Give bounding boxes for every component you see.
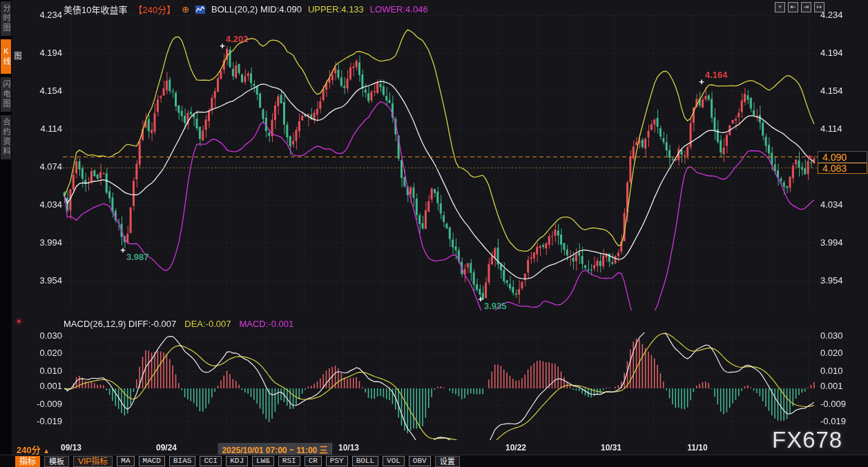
macd-axis-label: 0.030 [820, 331, 862, 341]
price-annotation: 4.202 [226, 34, 249, 44]
left-sidebar: 分时图K线图闪电图合约资料 [0, 0, 12, 467]
move-icon[interactable]: + [775, 2, 785, 12]
marker-cross-icon: + [120, 244, 126, 255]
price-axis-label: 4.154 [820, 86, 862, 96]
x-axis-label: 09/13 [61, 443, 81, 453]
price-axis-label: 3.994 [35, 238, 62, 248]
price-annotation: 3.987 [126, 252, 149, 262]
vol-button[interactable]: VOL [383, 456, 405, 466]
macd-axis-label: -0.009 [35, 399, 62, 409]
chart-canvas[interactable] [0, 0, 868, 467]
chart-toolbar-icons: +⇤⇥↦ [775, 2, 824, 12]
last-price-tag: 4.083 [818, 163, 867, 174]
x-axis-label: 10/22 [505, 443, 526, 453]
marker-cross-icon: + [699, 77, 704, 87]
macd-axis-label: 0.001 [35, 381, 62, 391]
lwr-button[interactable]: LW& [252, 456, 274, 466]
boll-upper-legend: UPPER:4.133 [308, 4, 364, 14]
macd-axis-label: -0.019 [820, 417, 862, 426]
macd-axis-label: 0.001 [820, 381, 862, 391]
bottom-toolbar: 指标模板VIP指标MAMACDBIASCCIKDJLW&RSICRPSYBOLL… [0, 455, 868, 467]
price-axis-label: 4.114 [35, 124, 62, 134]
settings-button[interactable]: 设置 [435, 456, 460, 467]
psy-button[interactable]: PSY [326, 456, 348, 466]
macd-axis-label: -0.009 [820, 399, 862, 409]
macd-legend-macd: MACD:-0.001 [239, 319, 293, 329]
marker-cross-icon: + [478, 294, 483, 304]
macd-axis-label: 0.010 [820, 366, 862, 376]
bias-button[interactable]: BIAS [169, 456, 195, 466]
price-axis-label: 3.994 [820, 238, 862, 248]
boll-lower-legend: LOWER:4.046 [370, 4, 428, 14]
mini-chart-icon [195, 6, 205, 14]
ma-button[interactable]: MA [117, 456, 134, 466]
marker-cross-icon: + [220, 41, 225, 51]
macd-axis-label: 0.010 [35, 366, 62, 376]
price-axis-label: 4.074 [35, 162, 62, 172]
cci-button[interactable]: CCI [200, 456, 222, 466]
fx678-watermark: FX678 [772, 427, 842, 453]
price-axis-label: 3.954 [35, 276, 62, 286]
boll-legend: BOLL(20,2) MID:4.090 [211, 4, 302, 14]
instrument-title: 美债10年收益率 [64, 3, 127, 16]
indicator-button[interactable]: 指标 [15, 456, 40, 467]
price-axis-label: 4.194 [35, 48, 62, 58]
x-axis-label: 10/31 [601, 443, 621, 453]
x-axis-label: 10/13 [338, 443, 359, 453]
cr-button[interactable]: CR [305, 456, 322, 466]
price-axis-label: 4.234 [35, 10, 62, 20]
macd-legend-dea: DEA:-0.007 [184, 319, 231, 329]
price-axis-label: 4.034 [820, 200, 862, 210]
price-axis-label: 3.954 [820, 276, 862, 286]
macd-axis-label: 0.030 [35, 331, 62, 341]
template-button[interactable]: 模板 [44, 456, 69, 467]
chart-header: 美债10年收益率 【240分】 ⊕ BOLL(20,2) MID:4.090 U… [64, 3, 428, 16]
boll-mid-price-tag: 4.090 [818, 151, 867, 163]
period-up-arrow-icon: ▲ [43, 447, 50, 455]
macd-axis-label: 0.020 [820, 348, 862, 358]
macd-axis-label: -0.019 [35, 417, 62, 426]
price-axis-label: 4.034 [35, 200, 62, 210]
tab-kline-chart[interactable]: K线图 [1, 39, 11, 74]
macd-legend: MACD(26,12,9) DIFF:-0.007 DEA:-0.007 MAC… [64, 319, 293, 329]
obv-button[interactable]: OBV [409, 456, 431, 466]
x-axis-label: 09/24 [156, 443, 177, 453]
x-axis-label: 11/10 [687, 443, 707, 453]
price-axis-label: 4.234 [820, 10, 862, 20]
macd-axis-label: 0.020 [35, 348, 62, 358]
price-axis-label: 4.194 [820, 48, 862, 58]
zoom-in-icon[interactable]: ⇥ [801, 2, 811, 12]
rsi-button[interactable]: RSI [278, 456, 300, 466]
price-axis-label: 4.114 [820, 124, 862, 134]
zoom-out-icon[interactable]: ⇤ [788, 2, 798, 12]
tab-contract-info[interactable]: 合约资料 [1, 115, 11, 159]
add-indicator-icon[interactable]: ⊕ [182, 4, 189, 14]
boll-button[interactable]: BOLL [352, 456, 378, 466]
price-annotation: 4.164 [705, 70, 728, 80]
period-label: 【240分】 [133, 3, 175, 16]
price-axis-label: 4.154 [35, 86, 62, 96]
macd-legend-main: MACD(26,12,9) DIFF:-0.007 [64, 319, 176, 329]
kdj-button[interactable]: KDJ [226, 456, 248, 466]
tab-flash-chart[interactable]: 闪电图 [1, 77, 11, 112]
live-dot-icon: ☀ [15, 316, 23, 327]
macd-button[interactable]: MACD [139, 456, 165, 466]
price-annotation: 3.935 [484, 301, 507, 311]
tab-time-chart[interactable]: 分时图 [1, 1, 11, 36]
vip-indicator-button[interactable]: VIP指标 [73, 456, 113, 467]
pan-right-icon[interactable]: ↦ [814, 2, 824, 12]
